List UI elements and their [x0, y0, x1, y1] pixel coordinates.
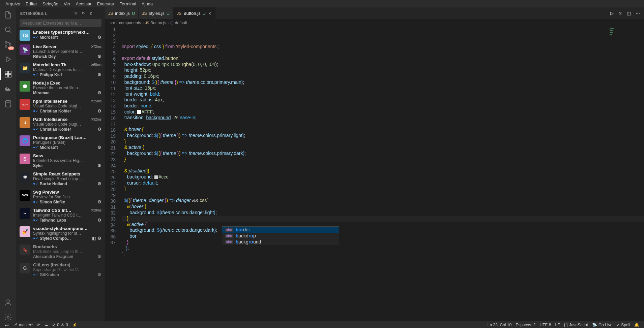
source-control-icon[interactable]: 43 [4, 40, 12, 48]
menu-acessar[interactable]: Acessar [73, 1, 94, 7]
status-remote[interactable]: ⮂ [3, 323, 11, 327]
menu-terminal[interactable]: Terminal [117, 1, 139, 7]
extension-publisher: Ritwick Dey [33, 54, 96, 59]
extension-manage-icon[interactable]: ⚙ [97, 199, 101, 204]
run-icon[interactable]: ▷ [610, 11, 614, 16]
extension-item[interactable]: ~ Tailwind CSS Int…⟳20ms Intelligent Tai… [16, 206, 105, 225]
status-eol[interactable]: LF [553, 323, 562, 327]
account-icon[interactable] [4, 298, 12, 306]
explorer-icon[interactable] [4, 11, 12, 19]
crumb-file[interactable]: Button.js [150, 21, 166, 25]
extension-item[interactable]: 📡 Live Server⟳72ms Launch a development … [16, 43, 105, 61]
status-encoding[interactable]: UTF-8 [538, 323, 553, 327]
more-icon[interactable]: ⋯ [95, 11, 101, 16]
status-port[interactable]: ⚡ [70, 323, 79, 327]
menu-arquivo[interactable]: Arquivo [3, 1, 23, 7]
status-branch[interactable]: ⎇ master* [11, 323, 35, 327]
extension-extra-icon[interactable]: ◧ [92, 236, 96, 241]
code-content[interactable]: import styled, { css } from 'styled-comp… [122, 27, 644, 321]
extensions-list[interactable]: TS Enables typescript@next… ●✓Microsoft⚙… [16, 28, 105, 321]
extension-manage-icon[interactable]: ⚙ [97, 218, 101, 223]
editor-group: JSindex.jsU JSstyles.jsU JSButton.jsU× ▷… [105, 7, 644, 321]
extension-item[interactable]: 📁 Material Icon Th…⟳68ms Material Design… [16, 61, 105, 79]
extension-item[interactable]: TS Enables typescript@next… ●✓Microsoft⚙ [16, 28, 105, 43]
extension-item[interactable]: npm npm Intellisense⟳25ms Visual Studio … [16, 97, 105, 116]
extension-manage-icon[interactable]: ⚙ [97, 90, 101, 95]
status-language[interactable]: { } JavaScript [562, 323, 590, 327]
extension-manage-icon[interactable]: ⚙ [97, 272, 101, 277]
extension-name: npm Intellisense [33, 99, 89, 104]
tab-button-js[interactable]: JSButton.jsU× [173, 7, 215, 19]
status-notifications[interactable]: 🔔 [632, 323, 641, 327]
split-editor-icon[interactable]: ◫ [627, 11, 631, 16]
extension-item[interactable]: ⬢ Node.js Exec Execute the current file … [16, 79, 105, 97]
extension-manage-icon[interactable]: ⚙ [97, 54, 101, 59]
extension-item[interactable]: ⚛ Simple React Snippets Dead simple Reac… [16, 170, 105, 188]
status-indent[interactable]: Espaços: 2 [514, 323, 537, 327]
menu-editar[interactable]: Editar [23, 1, 40, 7]
svg-rect-10 [8, 88, 9, 89]
extensions-icon[interactable] [4, 70, 12, 78]
extension-item[interactable]: 🔖 Bookmarks Mark lines and jump to th… A… [16, 243, 105, 261]
extension-item[interactable]: 🌐 Portuguese (Brazil) Lan… Português (Br… [16, 134, 105, 152]
extension-manage-icon[interactable]: ⚙ [97, 127, 101, 132]
extension-publisher: Burke Holland [40, 182, 96, 186]
extension-manage-icon[interactable]: ⚙ [97, 35, 101, 40]
minimap[interactable]: ▬▬▬▬▬▬▬▬▬▬▬▬▬▬▬▬▬▬▬▬▬▬▬▬▬▬▬▬▬▬▬▬▬▬▬▬▬▬▬▬… [610, 28, 640, 72]
suggest-item-backdrop[interactable]: abcbackdrop [222, 233, 339, 239]
extension-desc: Dead simple React snipp… [33, 176, 101, 181]
search-extensions-input[interactable] [20, 19, 101, 27]
extension-manage-icon[interactable]: ⚙ [97, 163, 101, 168]
extension-manage-icon[interactable]: ⚙ [97, 181, 101, 186]
code-editor[interactable]: 1234567891011121314151617181920212223242… [105, 27, 644, 321]
extension-item[interactable]: 💅 vscode-styled-compone… Syntax highligh… [16, 225, 105, 243]
svg-rect-11 [6, 87, 7, 88]
extension-manage-icon[interactable]: ⚙ [97, 145, 101, 150]
crumb-src[interactable]: src [110, 21, 115, 25]
database-icon[interactable] [4, 100, 12, 108]
status-go-live[interactable]: 📡 Go Live [590, 323, 614, 327]
extension-name: Node.js Exec [33, 80, 101, 86]
more-actions-icon[interactable]: ⋯ [636, 11, 640, 16]
breadcrumb[interactable]: src› components› JS Button.js› ⬡ default [105, 19, 644, 27]
extension-manage-icon[interactable]: ⚙ [97, 254, 101, 259]
status-cloud[interactable]: ☁ [42, 323, 50, 327]
docker-icon[interactable] [4, 85, 12, 93]
suggest-widget[interactable]: abcborder abcbackdrop abcbackground [222, 226, 339, 245]
menu-ver[interactable]: Ver [61, 1, 73, 7]
filter-icon[interactable]: ▽ [73, 11, 79, 16]
status-problems[interactable]: ⊘ 0 ⚠ 0 [50, 323, 70, 327]
close-icon[interactable]: × [208, 11, 212, 16]
crumb-symbol[interactable]: default [175, 21, 187, 25]
tab-index-js[interactable]: JSindex.jsU [105, 7, 139, 19]
menu-selecao[interactable]: Seleção [40, 1, 61, 7]
extension-item[interactable]: S Sass Indented Sass syntax Hig… Syler⚙ [16, 152, 105, 170]
suggest-item-background[interactable]: abcbackground [222, 239, 339, 245]
extension-item[interactable]: SVG Svg Preview Preview for Svg files ●✓… [16, 188, 105, 206]
menu-ajuda[interactable]: Ajuda [139, 1, 155, 7]
crumb-components[interactable]: components [119, 21, 141, 25]
tab-styles-js[interactable]: JSstyles.jsU [139, 7, 173, 19]
search-icon[interactable] [4, 26, 12, 34]
svg-point-0 [5, 27, 10, 32]
menubar: Arquivo Editar Seleção Ver Acessar Execu… [0, 0, 644, 7]
run-debug-icon[interactable] [4, 55, 12, 63]
suggest-item-border[interactable]: abcborder [222, 227, 339, 233]
status-sync[interactable]: ⟳ [35, 323, 42, 327]
compare-icon[interactable]: ⤭ [618, 11, 622, 16]
clear-icon[interactable]: ⊘ [88, 11, 93, 16]
settings-gear-icon[interactable] [4, 313, 12, 321]
status-spell[interactable]: ✓ Spell [614, 323, 632, 327]
verified-icon: ●✓ [33, 109, 38, 113]
extension-manage-icon[interactable]: ⚙ [97, 72, 101, 77]
extension-item[interactable]: ./ Path Intellisense⟳32ms Visual Studio … [16, 116, 105, 134]
refresh-icon[interactable]: ⟳ [81, 11, 86, 16]
text-suggestion-icon: abc [225, 234, 233, 238]
extension-manage-icon[interactable]: ⚙ [97, 108, 101, 113]
extension-manage-icon[interactable]: ⚙ [97, 236, 101, 241]
extension-item[interactable]: G GitLens (Insiders) Supercharge Git wit… [16, 261, 105, 279]
status-cursor-position[interactable]: Ln 33, Col 10 [486, 323, 514, 327]
extension-publisher: Syler [33, 163, 96, 168]
menu-executar[interactable]: Executar [94, 1, 117, 7]
verified-icon: ●✓ [33, 72, 38, 77]
